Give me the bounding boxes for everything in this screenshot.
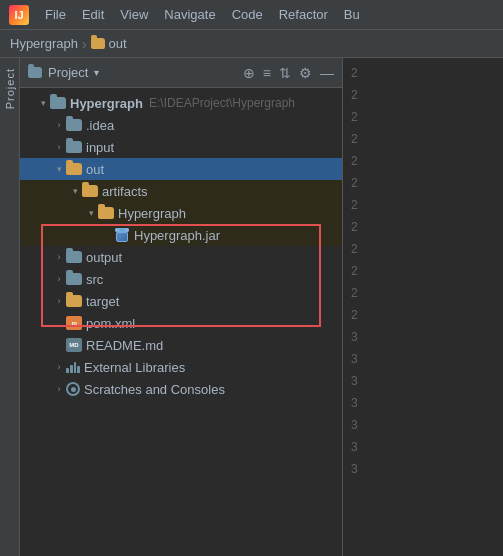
tree-item-scratches[interactable]: › Scratches and Consoles <box>20 378 342 400</box>
side-tab-label: Project <box>4 68 16 109</box>
root-folder-icon <box>50 97 66 109</box>
menu-file[interactable]: File <box>38 4 73 25</box>
panel-dropdown-arrow[interactable]: ▾ <box>94 67 99 78</box>
line-numbers: 2222 2222 2222 3333 333 <box>343 58 503 484</box>
menu-navigate[interactable]: Navigate <box>157 4 222 25</box>
toggle-target[interactable]: › <box>52 296 66 306</box>
collapse-all-icon[interactable]: ≡ <box>263 65 271 81</box>
editor-gutter: 2222 2222 2222 3333 333 <box>343 58 503 556</box>
pom-label: pom.xml <box>86 316 135 331</box>
root-path: E:\IDEAProject\Hypergraph <box>149 96 295 110</box>
breadcrumb-current-label: out <box>109 36 127 51</box>
root-label: Hypergraph <box>70 96 143 111</box>
side-tab-project[interactable]: Project <box>0 58 20 556</box>
toggle-ext-libs[interactable]: › <box>52 362 66 372</box>
src-label: src <box>86 272 103 287</box>
tree-item-output[interactable]: › output <box>20 246 342 268</box>
toggle-artifacts[interactable]: ▾ <box>68 186 82 196</box>
toggle-out[interactable]: ▾ <box>52 164 66 174</box>
breadcrumb-separator: › <box>82 36 87 52</box>
hypergraph-folder-icon <box>98 207 114 219</box>
breadcrumb-bar: Hypergraph › out <box>0 30 503 58</box>
toggle-scratches[interactable]: › <box>52 384 66 394</box>
tree-item-ext-libs[interactable]: › External Libraries <box>20 356 342 378</box>
input-label: input <box>86 140 114 155</box>
idea-label: .idea <box>86 118 114 133</box>
breadcrumb-root[interactable]: Hypergraph <box>10 36 78 51</box>
toggle-input[interactable]: › <box>52 142 66 152</box>
readme-file-icon: MD <box>66 338 82 352</box>
scratches-icon <box>66 382 80 396</box>
jar-file-icon <box>114 228 130 242</box>
sort-icon[interactable]: ⇅ <box>279 65 291 81</box>
panel-title: Project <box>48 65 88 80</box>
toggle-idea[interactable]: › <box>52 120 66 130</box>
menu-code[interactable]: Code <box>225 4 270 25</box>
tree-item-pom[interactable]: m pom.xml <box>20 312 342 334</box>
menu-refactor[interactable]: Refactor <box>272 4 335 25</box>
ext-libs-label: External Libraries <box>84 360 185 375</box>
src-folder-icon <box>66 273 82 285</box>
target-folder-icon <box>66 295 82 307</box>
tree-item-input[interactable]: › input <box>20 136 342 158</box>
panel-header: Project ▾ ⊕ ≡ ⇅ ⚙ — <box>20 58 342 88</box>
target-label: target <box>86 294 119 309</box>
idea-folder-icon <box>66 119 82 131</box>
tree-item-target[interactable]: › target <box>20 290 342 312</box>
artifacts-label: artifacts <box>102 184 148 199</box>
tree-item-readme[interactable]: MD README.md <box>20 334 342 356</box>
project-panel: Project ▾ ⊕ ≡ ⇅ ⚙ — ▾ <box>20 58 343 556</box>
menu-bar: IJ File Edit View Navigate Code Refactor… <box>0 0 503 30</box>
menu-edit[interactable]: Edit <box>75 4 111 25</box>
readme-label: README.md <box>86 338 163 353</box>
tree-item-hypergraph-jar[interactable]: Hypergraph.jar <box>20 224 342 246</box>
add-content-icon[interactable]: ⊕ <box>243 65 255 81</box>
panel-folder-icon <box>28 67 42 78</box>
out-label: out <box>86 162 104 177</box>
logo-icon: IJ <box>9 5 29 25</box>
artifacts-folder-icon <box>82 185 98 197</box>
breadcrumb-root-label: Hypergraph <box>10 36 78 51</box>
tree-item-artifacts[interactable]: ▾ artifacts <box>20 180 342 202</box>
hypergraph-folder-label: Hypergraph <box>118 206 186 221</box>
pom-file-icon: m <box>66 316 82 330</box>
breadcrumb-current[interactable]: out <box>91 36 127 51</box>
toggle-hypergraph-folder[interactable]: ▾ <box>84 208 98 218</box>
tree-item-idea[interactable]: › .idea <box>20 114 342 136</box>
main-layout: Project Project ▾ ⊕ ≡ ⇅ ⚙ — <box>0 58 503 556</box>
input-folder-icon <box>66 141 82 153</box>
menu-bu[interactable]: Bu <box>337 4 367 25</box>
tree-item-root[interactable]: ▾ Hypergraph E:\IDEAProject\Hypergraph <box>20 92 342 114</box>
out-folder-icon <box>66 163 82 175</box>
toggle-root[interactable]: ▾ <box>36 98 50 108</box>
minimize-icon[interactable]: — <box>320 65 334 81</box>
output-folder-icon <box>66 251 82 263</box>
scratches-label: Scratches and Consoles <box>84 382 225 397</box>
project-tree: ▾ Hypergraph E:\IDEAProject\Hypergraph › <box>20 88 342 556</box>
tree-item-src[interactable]: › src <box>20 268 342 290</box>
breadcrumb-folder-icon <box>91 38 105 49</box>
toggle-output[interactable]: › <box>52 252 66 262</box>
menu-view[interactable]: View <box>113 4 155 25</box>
output-label: output <box>86 250 122 265</box>
toggle-src[interactable]: › <box>52 274 66 284</box>
jar-label: Hypergraph.jar <box>134 228 220 243</box>
settings-icon[interactable]: ⚙ <box>299 65 312 81</box>
tree-item-out[interactable]: ▾ out <box>20 158 342 180</box>
tree-item-hypergraph-folder[interactable]: ▾ Hypergraph <box>20 202 342 224</box>
app-logo: IJ <box>8 4 30 26</box>
panel-toolbar: ⊕ ≡ ⇅ ⚙ — <box>243 65 334 81</box>
ext-libs-icon <box>66 361 80 373</box>
